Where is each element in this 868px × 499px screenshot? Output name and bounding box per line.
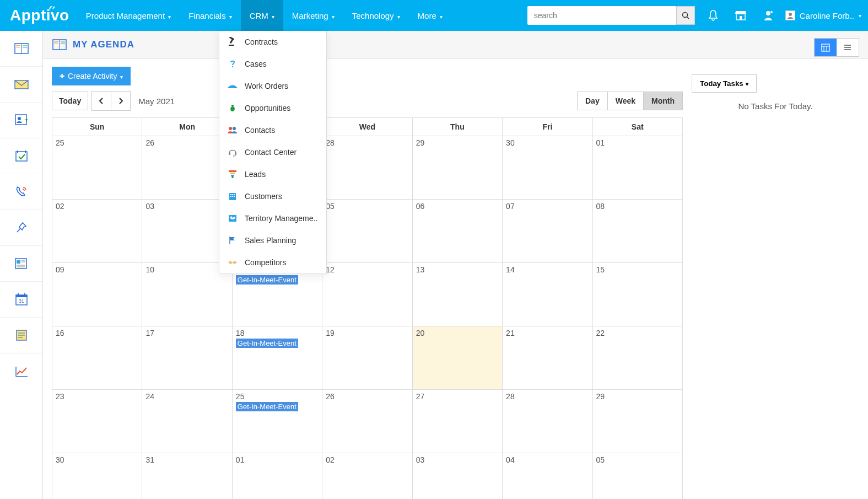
search-button[interactable] [676, 6, 695, 25]
calendar-cell[interactable]: 30 [52, 453, 142, 500]
calendar-cell[interactable]: 26 [322, 390, 412, 453]
svg-rect-23 [232, 194, 233, 195]
day-header: Sat [592, 118, 682, 136]
rail-card[interactable] [0, 103, 42, 138]
calendar-cell[interactable]: 01 [232, 453, 322, 500]
calendar-cell[interactable]: 04 [503, 453, 592, 500]
calendar-cell[interactable]: 02 [322, 453, 412, 500]
calendar-cell[interactable]: 25Get-In-Meet-Event [232, 390, 322, 453]
today-button[interactable]: Today [52, 92, 88, 110]
nav-item-more[interactable]: More [409, 0, 451, 31]
rail-phone[interactable] [0, 174, 42, 210]
calendar-cell[interactable]: 08 [592, 200, 682, 263]
person-icon[interactable] [762, 9, 774, 22]
nav-item-financials[interactable]: Financials [180, 0, 241, 31]
building-icon [227, 191, 238, 202]
calendar-cell[interactable]: 29 [412, 136, 502, 200]
menu-item-work-orders[interactable]: Work Orders [219, 75, 326, 97]
list-view-button[interactable] [837, 39, 859, 56]
menu-item-competitors[interactable]: Competitors [219, 251, 326, 273]
calendar-cell[interactable]: 28 [322, 136, 412, 200]
calendar-cell[interactable]: 01 [592, 136, 682, 200]
calendar-cell[interactable]: 18Get-In-Meet-Event [232, 326, 322, 390]
nav-item-product-management[interactable]: Product Management [77, 0, 180, 31]
trend-icon [14, 366, 29, 378]
calendar-cell[interactable]: 12 [322, 263, 412, 326]
day-number: 30 [506, 138, 589, 147]
menu-item-contacts[interactable]: Contacts [219, 119, 326, 141]
calendar-cell[interactable]: 21 [503, 326, 592, 390]
rail-news[interactable] [0, 246, 42, 282]
day-number: 01 [236, 455, 319, 464]
next-button[interactable] [111, 91, 131, 111]
store-icon[interactable] [735, 9, 747, 22]
menu-item-customers[interactable]: Customers [219, 185, 326, 207]
rail-trend[interactable] [0, 353, 42, 389]
menu-item-contact-center[interactable]: Contact Center [219, 141, 326, 163]
menu-label: Cases [245, 60, 267, 68]
no-tasks-text: No Tasks For Today. [692, 100, 859, 112]
calendar-event[interactable]: Get-In-Meet-Event [236, 402, 298, 411]
svg-text:31: 31 [18, 298, 24, 304]
svg-point-0 [682, 13, 687, 18]
calendar-cell[interactable]: 02 [52, 200, 142, 263]
rail-agenda[interactable] [0, 31, 42, 67]
nav-item-crm[interactable]: CRM [241, 0, 283, 31]
calendar-event[interactable]: Get-In-Meet-Event [236, 275, 298, 285]
calendar-cell[interactable]: 07 [503, 200, 592, 263]
calendar-view-button[interactable] [815, 39, 837, 56]
calendar-cell[interactable]: 29 [592, 390, 682, 453]
seg-day[interactable]: Day [578, 92, 608, 110]
calendar-cell[interactable]: 23 [52, 390, 142, 453]
calendar-cell[interactable]: 22 [592, 326, 682, 390]
rail-mail[interactable] [0, 67, 42, 103]
menu-item-contracts[interactable]: Contracts [219, 31, 326, 53]
calendar-cell[interactable]: 03 [412, 453, 502, 500]
day-header: Sun [52, 118, 142, 136]
rail-note[interactable] [0, 318, 42, 353]
calendar-cell[interactable]: 24 [142, 390, 232, 453]
menu-item-leads[interactable]: Leads [219, 163, 326, 185]
search-input[interactable] [527, 11, 676, 20]
calendar-cell[interactable]: 15 [592, 263, 682, 326]
menu-item-opportunities[interactable]: Opportunities [219, 97, 326, 119]
menu-item-cases[interactable]: Cases [219, 53, 326, 75]
calendar-cell[interactable]: 28 [503, 390, 592, 453]
bell-icon[interactable] [707, 9, 719, 22]
calendar-cell[interactable]: 06 [412, 200, 502, 263]
menu-item-sales-planning[interactable]: Sales Planning [219, 229, 326, 251]
menu-label: Competitors [245, 258, 286, 267]
svg-rect-44 [17, 260, 20, 264]
calendar-cell[interactable]: 30 [503, 136, 592, 200]
calendar-cell[interactable]: 16 [52, 326, 142, 390]
day-number: 16 [56, 329, 138, 337]
user-menu[interactable]: Caroline Forb.. ▾ [785, 10, 861, 20]
day-number: 28 [326, 138, 408, 147]
calendar-cell[interactable]: 19 [322, 326, 412, 390]
calendar-cell[interactable]: 14 [503, 263, 592, 326]
calendar-cell[interactable]: 13 [412, 263, 502, 326]
seg-week[interactable]: Week [608, 92, 644, 110]
calendar-cell[interactable]: 20 [412, 326, 502, 390]
calendar-cell[interactable]: 17 [142, 326, 232, 390]
calendar-cell[interactable]: 09 [52, 263, 142, 326]
calendar-cell[interactable]: 27 [412, 390, 502, 453]
calendar-cell[interactable]: 05 [592, 453, 682, 500]
day-header: Thu [412, 118, 502, 136]
menu-item-territory[interactable]: Territory Manageme.. [219, 207, 326, 229]
nav-item-marketing[interactable]: Marketing [283, 0, 343, 31]
nav-item-technology[interactable]: Technology [343, 0, 409, 31]
calendar-event[interactable]: Get-In-Meet-Event [236, 339, 298, 348]
calendar-cell[interactable]: 31 [142, 453, 232, 500]
rail-check[interactable] [0, 138, 42, 174]
month-label: May 2021 [138, 96, 175, 106]
calendar-cell[interactable]: 25 [52, 136, 142, 200]
rail-cal31[interactable]: 31 [0, 282, 42, 318]
svg-rect-66 [822, 44, 829, 51]
seg-month[interactable]: Month [644, 92, 682, 110]
calendar-cell[interactable]: 05 [322, 200, 412, 263]
day-number: 12 [326, 265, 408, 274]
create-activity-button[interactable]: Create Activity [52, 67, 131, 85]
prev-button[interactable] [91, 91, 111, 111]
rail-pin[interactable] [0, 210, 42, 246]
